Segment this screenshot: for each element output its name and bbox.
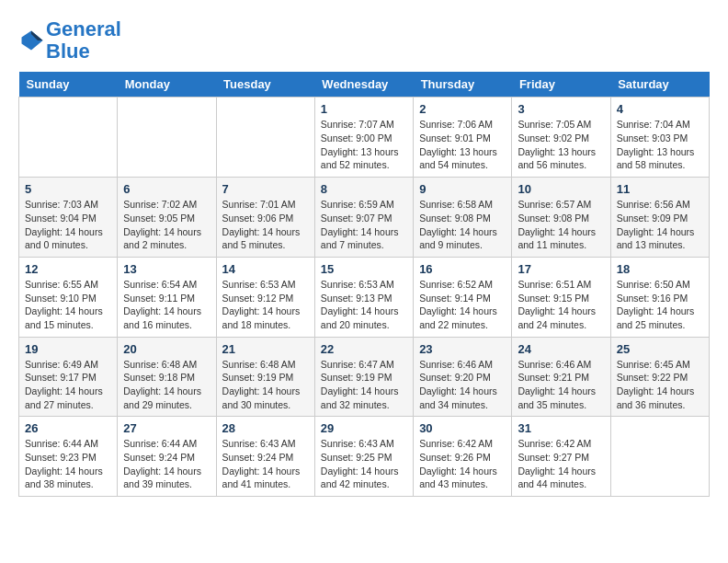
day-number: 18 — [617, 262, 703, 276]
day-number: 16 — [419, 262, 506, 276]
day-cell-27: 27Sunrise: 6:44 AM Sunset: 9:24 PM Dayli… — [118, 417, 216, 497]
day-cell-11: 11Sunrise: 6:56 AM Sunset: 9:09 PM Dayli… — [610, 178, 709, 258]
week-row-3: 12Sunrise: 6:55 AM Sunset: 9:10 PM Dayli… — [19, 257, 710, 337]
day-detail: Sunrise: 6:47 AM Sunset: 9:19 PM Dayligh… — [321, 358, 407, 412]
day-cell-13: 13Sunrise: 6:54 AM Sunset: 9:11 PM Dayli… — [118, 257, 216, 337]
day-number: 30 — [419, 421, 506, 435]
day-cell-3: 3Sunrise: 7:05 AM Sunset: 9:02 PM Daylig… — [512, 98, 610, 178]
day-detail: Sunrise: 6:53 AM Sunset: 9:13 PM Dayligh… — [321, 278, 407, 332]
day-detail: Sunrise: 7:04 AM Sunset: 9:03 PM Dayligh… — [617, 118, 703, 172]
day-cell-9: 9Sunrise: 6:58 AM Sunset: 9:08 PM Daylig… — [414, 178, 512, 258]
day-detail: Sunrise: 6:54 AM Sunset: 9:11 PM Dayligh… — [123, 278, 210, 332]
day-cell-30: 30Sunrise: 6:42 AM Sunset: 9:26 PM Dayli… — [414, 417, 512, 497]
day-detail: Sunrise: 6:44 AM Sunset: 9:23 PM Dayligh… — [25, 437, 111, 491]
day-detail: Sunrise: 7:03 AM Sunset: 9:04 PM Dayligh… — [25, 198, 111, 252]
day-cell-29: 29Sunrise: 6:43 AM Sunset: 9:25 PM Dayli… — [314, 417, 413, 497]
day-detail: Sunrise: 6:43 AM Sunset: 9:25 PM Dayligh… — [321, 437, 407, 491]
day-header-sunday: Sunday — [19, 72, 118, 98]
day-cell-8: 8Sunrise: 6:59 AM Sunset: 9:07 PM Daylig… — [314, 178, 413, 258]
day-detail: Sunrise: 6:52 AM Sunset: 9:14 PM Dayligh… — [419, 278, 506, 332]
day-detail: Sunrise: 6:48 AM Sunset: 9:18 PM Dayligh… — [123, 358, 210, 412]
day-number: 9 — [419, 182, 506, 196]
day-number: 13 — [123, 262, 210, 276]
day-detail: Sunrise: 6:55 AM Sunset: 9:10 PM Dayligh… — [25, 278, 111, 332]
empty-cell — [216, 98, 314, 178]
day-number: 20 — [123, 342, 210, 356]
day-detail: Sunrise: 6:56 AM Sunset: 9:09 PM Dayligh… — [617, 198, 703, 252]
day-cell-20: 20Sunrise: 6:48 AM Sunset: 9:18 PM Dayli… — [118, 337, 216, 417]
day-number: 14 — [222, 262, 309, 276]
day-number: 10 — [518, 182, 604, 196]
day-number: 4 — [617, 102, 703, 116]
day-number: 24 — [518, 342, 604, 356]
empty-cell — [118, 98, 216, 178]
day-number: 5 — [25, 182, 111, 196]
day-detail: Sunrise: 6:49 AM Sunset: 9:17 PM Dayligh… — [25, 358, 111, 412]
week-row-5: 26Sunrise: 6:44 AM Sunset: 9:23 PM Dayli… — [19, 417, 710, 497]
logo-icon — [18, 28, 44, 53]
empty-cell — [610, 417, 709, 497]
day-number: 27 — [123, 421, 210, 435]
day-number: 3 — [518, 102, 604, 116]
day-cell-28: 28Sunrise: 6:43 AM Sunset: 9:24 PM Dayli… — [216, 417, 314, 497]
day-detail: Sunrise: 6:59 AM Sunset: 9:07 PM Dayligh… — [321, 198, 407, 252]
day-number: 21 — [222, 342, 309, 356]
day-cell-18: 18Sunrise: 6:50 AM Sunset: 9:16 PM Dayli… — [610, 257, 709, 337]
day-detail: Sunrise: 6:46 AM Sunset: 9:20 PM Dayligh… — [419, 358, 506, 412]
day-cell-5: 5Sunrise: 7:03 AM Sunset: 9:04 PM Daylig… — [19, 178, 118, 258]
day-number: 6 — [123, 182, 210, 196]
day-cell-1: 1Sunrise: 7:07 AM Sunset: 9:00 PM Daylig… — [314, 98, 413, 178]
logo: General Blue — [18, 18, 121, 63]
day-detail: Sunrise: 6:58 AM Sunset: 9:08 PM Dayligh… — [419, 198, 506, 252]
day-cell-7: 7Sunrise: 7:01 AM Sunset: 9:06 PM Daylig… — [216, 178, 314, 258]
day-number: 17 — [518, 262, 604, 276]
day-number: 1 — [321, 102, 407, 116]
day-number: 7 — [222, 182, 309, 196]
day-number: 26 — [25, 421, 111, 435]
day-number: 25 — [617, 342, 703, 356]
day-header-tuesday: Tuesday — [216, 72, 314, 98]
day-cell-12: 12Sunrise: 6:55 AM Sunset: 9:10 PM Dayli… — [19, 257, 118, 337]
week-row-4: 19Sunrise: 6:49 AM Sunset: 9:17 PM Dayli… — [19, 337, 710, 417]
day-cell-14: 14Sunrise: 6:53 AM Sunset: 9:12 PM Dayli… — [216, 257, 314, 337]
day-header-saturday: Saturday — [610, 72, 709, 98]
day-header-monday: Monday — [118, 72, 216, 98]
day-number: 19 — [25, 342, 111, 356]
day-cell-23: 23Sunrise: 6:46 AM Sunset: 9:20 PM Dayli… — [414, 337, 512, 417]
day-number: 12 — [25, 262, 111, 276]
day-cell-19: 19Sunrise: 6:49 AM Sunset: 9:17 PM Dayli… — [19, 337, 118, 417]
page-header: General Blue — [18, 18, 710, 63]
day-cell-26: 26Sunrise: 6:44 AM Sunset: 9:23 PM Dayli… — [19, 417, 118, 497]
day-cell-25: 25Sunrise: 6:45 AM Sunset: 9:22 PM Dayli… — [610, 337, 709, 417]
day-header-thursday: Thursday — [414, 72, 512, 98]
day-detail: Sunrise: 6:45 AM Sunset: 9:22 PM Dayligh… — [617, 358, 703, 412]
day-detail: Sunrise: 6:44 AM Sunset: 9:24 PM Dayligh… — [123, 437, 210, 491]
week-row-2: 5Sunrise: 7:03 AM Sunset: 9:04 PM Daylig… — [19, 178, 710, 258]
logo-name: General Blue — [46, 18, 121, 63]
day-header-friday: Friday — [512, 72, 610, 98]
day-cell-22: 22Sunrise: 6:47 AM Sunset: 9:19 PM Dayli… — [314, 337, 413, 417]
day-number: 29 — [321, 421, 407, 435]
day-cell-6: 6Sunrise: 7:02 AM Sunset: 9:05 PM Daylig… — [118, 178, 216, 258]
day-number: 31 — [518, 421, 604, 435]
day-cell-21: 21Sunrise: 6:48 AM Sunset: 9:19 PM Dayli… — [216, 337, 314, 417]
day-number: 2 — [419, 102, 506, 116]
day-detail: Sunrise: 6:53 AM Sunset: 9:12 PM Dayligh… — [222, 278, 309, 332]
day-detail: Sunrise: 7:06 AM Sunset: 9:01 PM Dayligh… — [419, 118, 506, 172]
day-detail: Sunrise: 6:46 AM Sunset: 9:21 PM Dayligh… — [518, 358, 604, 412]
day-cell-4: 4Sunrise: 7:04 AM Sunset: 9:03 PM Daylig… — [610, 98, 709, 178]
empty-cell — [19, 98, 118, 178]
day-cell-17: 17Sunrise: 6:51 AM Sunset: 9:15 PM Dayli… — [512, 257, 610, 337]
day-cell-2: 2Sunrise: 7:06 AM Sunset: 9:01 PM Daylig… — [414, 98, 512, 178]
day-number: 11 — [617, 182, 703, 196]
day-number: 28 — [222, 421, 309, 435]
day-cell-10: 10Sunrise: 6:57 AM Sunset: 9:08 PM Dayli… — [512, 178, 610, 258]
day-detail: Sunrise: 7:07 AM Sunset: 9:00 PM Dayligh… — [321, 118, 407, 172]
day-number: 15 — [321, 262, 407, 276]
day-detail: Sunrise: 6:43 AM Sunset: 9:24 PM Dayligh… — [222, 437, 309, 491]
day-detail: Sunrise: 6:42 AM Sunset: 9:26 PM Dayligh… — [419, 437, 506, 491]
day-number: 8 — [321, 182, 407, 196]
day-cell-15: 15Sunrise: 6:53 AM Sunset: 9:13 PM Dayli… — [314, 257, 413, 337]
day-detail: Sunrise: 7:02 AM Sunset: 9:05 PM Dayligh… — [123, 198, 210, 252]
day-cell-16: 16Sunrise: 6:52 AM Sunset: 9:14 PM Dayli… — [414, 257, 512, 337]
